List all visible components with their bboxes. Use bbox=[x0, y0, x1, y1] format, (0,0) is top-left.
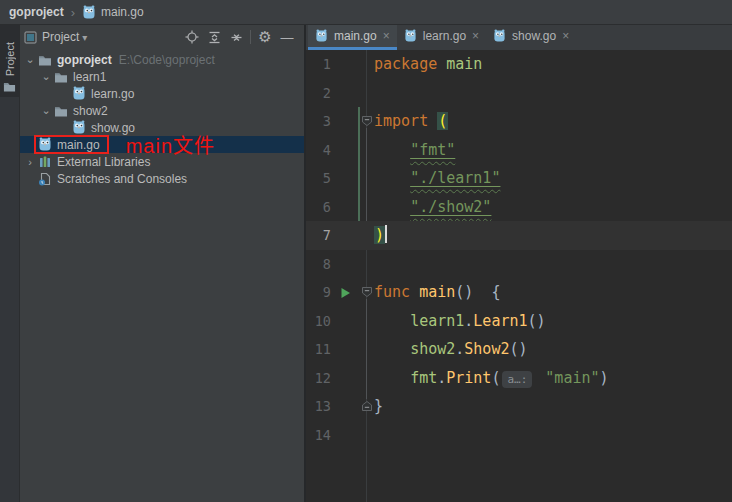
code-line-12: 12 fmt.Print(a…: "main") bbox=[306, 364, 732, 393]
tree-item-learn-go[interactable]: learn.go bbox=[20, 85, 304, 102]
toolwindow-stripe: Project bbox=[0, 25, 20, 502]
locate-file-button[interactable] bbox=[181, 28, 203, 46]
line-number: 6 bbox=[306, 193, 331, 222]
code-line-3: 3 import ( bbox=[306, 107, 732, 136]
folder-icon bbox=[54, 70, 68, 84]
tree-item-scratches[interactable]: Scratches and Consoles bbox=[20, 170, 304, 187]
scratches-icon bbox=[38, 172, 52, 186]
project-panel: Project ▾ bbox=[20, 25, 306, 502]
go-file-icon bbox=[315, 29, 328, 43]
code-line-9: 9 func main() { bbox=[306, 278, 732, 307]
project-panel-header: Project ▾ bbox=[20, 25, 304, 49]
line-number: 13 bbox=[306, 392, 331, 421]
line-number: 12 bbox=[306, 364, 331, 393]
line-number: 5 bbox=[306, 164, 331, 193]
breadcrumb-project[interactable]: goproject bbox=[9, 5, 64, 19]
code-line-10: 10 learn1.Learn1() bbox=[306, 307, 732, 336]
line-number: 2 bbox=[306, 79, 331, 108]
code-line-6: 6 "./show2" bbox=[306, 193, 732, 222]
code-line-4: 4 "fmt" bbox=[306, 136, 732, 165]
code-line-14: 14 bbox=[306, 421, 732, 450]
toolbar-divider bbox=[250, 30, 251, 44]
line-number: 1 bbox=[306, 50, 331, 79]
parameter-hint-inlay: a…: bbox=[502, 371, 532, 388]
line-number: 10 bbox=[306, 307, 331, 336]
collapse-all-button[interactable] bbox=[225, 28, 247, 46]
code-line-5: 5 "./learn1" bbox=[306, 164, 732, 193]
line-number: 8 bbox=[306, 250, 331, 279]
annotation-red-box: main.go bbox=[34, 135, 109, 154]
line-number: 11 bbox=[306, 335, 331, 364]
go-file-icon bbox=[72, 120, 86, 135]
line-number: 14 bbox=[306, 421, 331, 450]
close-icon[interactable]: × bbox=[383, 29, 390, 43]
stripe-tab-label: Project bbox=[4, 42, 16, 76]
project-path: E:\Code\goproject bbox=[119, 53, 215, 67]
tab-show-go[interactable]: show.go × bbox=[486, 25, 576, 50]
folder-icon bbox=[38, 53, 52, 67]
tab-main-go[interactable]: main.go × bbox=[308, 25, 397, 50]
stripe-tab-project[interactable]: Project bbox=[0, 25, 19, 97]
editor-area: main.go × learn.go × show.go × bbox=[306, 25, 732, 502]
code-line-11: 11 show2.Show2() bbox=[306, 335, 732, 364]
go-file-icon bbox=[82, 5, 96, 20]
project-panel-title[interactable]: Project bbox=[42, 30, 79, 44]
chevron-right-icon[interactable]: › bbox=[24, 156, 36, 168]
project-tree: ⌄ goproject E:\Code\goproject ⌄ learn1 l… bbox=[20, 49, 304, 502]
hide-panel-button[interactable]: — bbox=[276, 28, 298, 46]
line-number: 3 bbox=[306, 107, 331, 136]
breadcrumb-separator-icon: › bbox=[71, 5, 75, 20]
text-caret bbox=[385, 225, 387, 243]
tree-item-learn1[interactable]: ⌄ learn1 bbox=[20, 68, 304, 85]
breadcrumb: goproject › main.go bbox=[0, 0, 732, 25]
tree-item-show2[interactable]: ⌄ show2 bbox=[20, 102, 304, 119]
breadcrumb-file[interactable]: main.go bbox=[101, 5, 144, 19]
close-icon[interactable]: × bbox=[562, 29, 569, 43]
line-number: 4 bbox=[306, 136, 331, 165]
tree-item-main-go[interactable]: main.go main文件 bbox=[20, 136, 304, 153]
go-file-icon bbox=[38, 137, 52, 152]
line-number: 7 bbox=[306, 221, 331, 250]
go-file-icon bbox=[72, 86, 86, 101]
chevron-down-icon[interactable]: ▾ bbox=[82, 32, 87, 43]
gear-icon[interactable]: ⚙ bbox=[254, 28, 276, 46]
library-icon bbox=[38, 155, 52, 169]
code-line-7: 7 ) bbox=[306, 221, 732, 250]
code-line-13: 13 } bbox=[306, 392, 732, 421]
code-line-1: 1 package main bbox=[306, 50, 732, 79]
chevron-down-icon[interactable]: ⌄ bbox=[40, 70, 52, 83]
folder-icon bbox=[3, 80, 16, 93]
expand-all-button[interactable] bbox=[203, 28, 225, 46]
chevron-down-icon[interactable]: ⌄ bbox=[24, 53, 36, 66]
go-file-icon bbox=[404, 29, 417, 43]
project-toolwindow-icon bbox=[24, 31, 37, 44]
code-editor[interactable]: 1 package main 2 3 import ( 4 "fmt" 5 ".… bbox=[306, 50, 732, 502]
editor-tab-bar: main.go × learn.go × show.go × bbox=[306, 25, 732, 50]
code-line-8: 8 bbox=[306, 250, 732, 279]
chevron-down-icon[interactable]: ⌄ bbox=[40, 104, 52, 117]
tab-learn-go[interactable]: learn.go × bbox=[397, 25, 486, 50]
go-file-icon bbox=[493, 29, 506, 43]
tree-item-goproject[interactable]: ⌄ goproject E:\Code\goproject bbox=[20, 51, 304, 68]
close-icon[interactable]: × bbox=[472, 29, 479, 43]
folder-icon bbox=[54, 104, 68, 118]
code-line-2: 2 bbox=[306, 79, 732, 108]
line-number: 9 bbox=[306, 278, 331, 307]
